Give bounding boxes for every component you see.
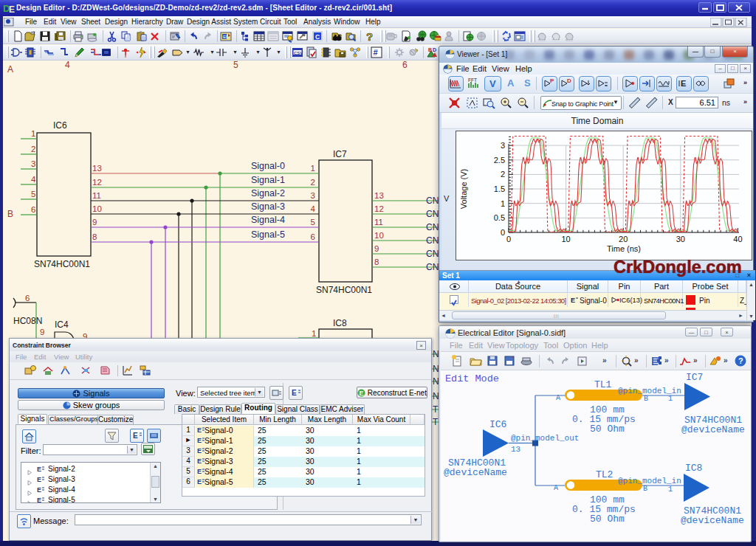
svg-text:12: 12: [92, 178, 102, 187]
svg-text:9: 9: [40, 328, 44, 336]
svg-text:6: 6: [25, 294, 30, 303]
svg-text:4: 4: [311, 204, 316, 213]
svg-text:Edit Mode: Edit Mode: [445, 373, 499, 384]
svg-text:30: 30: [676, 235, 685, 243]
svg-text:0.5: 0.5: [494, 213, 505, 222]
svg-text:11: 11: [374, 218, 383, 227]
svg-text:Signal-5: Signal-5: [251, 229, 285, 240]
svg-text:9: 9: [92, 218, 97, 227]
svg-text:13: 13: [374, 191, 384, 200]
svg-text:@deviceName: @deviceName: [681, 424, 745, 435]
svg-text:13: 13: [92, 164, 102, 173]
svg-text:8: 8: [92, 232, 97, 241]
svg-text:13: 13: [511, 445, 520, 454]
svg-text:1: 1: [312, 329, 316, 338]
svg-text:B: B: [643, 485, 647, 493]
svg-text:IC8: IC8: [333, 318, 347, 328]
svg-text:TL1: TL1: [594, 379, 612, 390]
svg-text:2: 2: [501, 170, 505, 179]
svg-text:E: E: [197, 468, 202, 475]
svg-text:IC4: IC4: [55, 319, 69, 330]
svg-text:Signal-2: Signal-2: [251, 188, 285, 198]
svg-text:Time (ns): Time (ns): [607, 244, 641, 253]
svg-text:@pin_model_in: @pin_model_in: [618, 477, 681, 485]
svg-text:Voltage (V): Voltage (V): [459, 169, 468, 209]
svg-text:HC08N: HC08N: [13, 316, 42, 326]
svg-text:5: 5: [311, 218, 315, 227]
svg-text:B: B: [7, 209, 13, 219]
svg-text:SN74HC00N1: SN74HC00N1: [34, 259, 90, 269]
svg-text:5: 5: [233, 61, 238, 70]
svg-text:3: 3: [31, 159, 35, 168]
svg-text:IC6: IC6: [489, 419, 506, 430]
svg-text:1: 1: [668, 395, 673, 403]
svg-text:B: B: [644, 395, 648, 403]
svg-text:E: E: [37, 466, 41, 473]
svg-text:4: 4: [31, 175, 36, 184]
svg-text:T: T: [433, 417, 439, 427]
svg-text:4: 4: [65, 61, 70, 70]
svg-text:E: E: [197, 457, 202, 465]
svg-text:1: 1: [311, 164, 315, 173]
svg-text:8: 8: [374, 258, 379, 266]
svg-text:@pin_model_out: @pin_model_out: [511, 434, 579, 443]
svg-text:E: E: [360, 390, 364, 397]
svg-text:IC8: IC8: [685, 463, 702, 474]
svg-text:1.5: 1.5: [494, 184, 505, 193]
svg-text:E: E: [9, 4, 15, 14]
svg-text:P: P: [550, 77, 554, 84]
svg-text:E: E: [197, 447, 202, 455]
svg-text:IC6: IC6: [53, 120, 67, 131]
svg-text:Signal-3: Signal-3: [251, 201, 285, 212]
svg-text:Signal-4: Signal-4: [251, 215, 285, 225]
svg-text:10: 10: [374, 231, 384, 240]
svg-text:50 Ohm: 50 Ohm: [590, 424, 625, 435]
svg-text:@deviceName: @deviceName: [681, 515, 744, 526]
svg-text:2: 2: [31, 145, 35, 153]
svg-text:D: D: [567, 77, 571, 84]
svg-text:2.5: 2.5: [494, 156, 505, 165]
svg-text:10: 10: [561, 235, 570, 243]
svg-text:6: 6: [311, 232, 315, 241]
svg-text:E: E: [37, 497, 41, 503]
svg-text:1: 1: [31, 129, 35, 138]
svg-text:E: E: [681, 79, 686, 88]
svg-text:E: E: [197, 437, 202, 444]
svg-text:@deviceName: @deviceName: [444, 467, 507, 478]
svg-text:5: 5: [31, 190, 35, 198]
svg-text:1: 1: [668, 485, 673, 494]
svg-text:A: A: [554, 484, 558, 492]
svg-text:3: 3: [501, 141, 505, 150]
svg-text:50 Ohm: 50 Ohm: [590, 514, 625, 525]
svg-text:3: 3: [311, 191, 315, 200]
svg-text:E: E: [37, 486, 41, 494]
svg-text:FFT: FFT: [468, 77, 477, 83]
svg-text:D: D: [433, 47, 436, 52]
svg-text:?: ?: [738, 356, 743, 365]
svg-text:E: E: [571, 297, 575, 304]
svg-text:10: 10: [92, 204, 102, 213]
svg-text:E: E: [197, 426, 202, 434]
svg-text:Signal-0: Signal-0: [251, 161, 285, 171]
svg-text:T: T: [433, 404, 439, 415]
svg-text:6: 6: [402, 61, 408, 70]
svg-text:11: 11: [92, 191, 101, 200]
svg-text:CSV: CSV: [294, 51, 303, 55]
svg-text:2: 2: [311, 178, 315, 187]
svg-text:9: 9: [374, 244, 379, 253]
svg-text:A: A: [556, 394, 560, 402]
svg-text:20: 20: [619, 235, 628, 243]
svg-text:A: A: [7, 64, 13, 75]
svg-text:E: E: [37, 476, 41, 483]
svg-text:E: E: [292, 389, 297, 397]
svg-text:0: 0: [506, 235, 511, 243]
svg-text:B: B: [428, 47, 432, 52]
svg-text:C: C: [315, 33, 320, 41]
svg-text:0: 0: [501, 228, 505, 237]
svg-text:#: #: [374, 48, 378, 57]
svg-text:?: ?: [366, 30, 373, 43]
svg-text:Signal-1: Signal-1: [251, 175, 285, 185]
svg-text:E: E: [133, 432, 138, 440]
svg-text:6: 6: [31, 205, 35, 214]
svg-text:40: 40: [733, 235, 742, 243]
